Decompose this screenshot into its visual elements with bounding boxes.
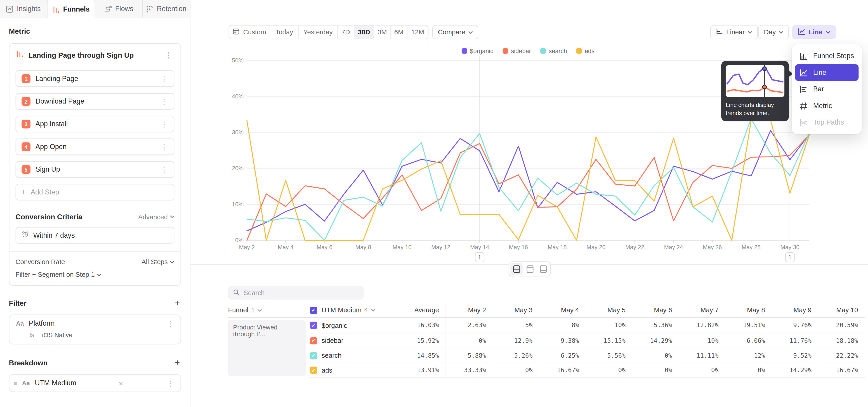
row-value-cell: 22.22% xyxy=(818,348,865,363)
range-yesterday-button[interactable]: Yesterday xyxy=(299,26,338,39)
search-input[interactable] xyxy=(244,289,359,296)
range-label: Custom xyxy=(243,28,266,36)
filter-card[interactable]: Aa Platform ⋮ Is iOS Native xyxy=(9,315,181,344)
conversion-window-button[interactable]: Within 7 days xyxy=(16,227,175,244)
date-column-header: May 6 xyxy=(632,303,679,318)
row-series-cell-sidebar[interactable]: ✓sidebar xyxy=(310,333,393,348)
checkbox-checked[interactable]: ✓ xyxy=(310,337,317,344)
range-today-button[interactable]: Today xyxy=(270,26,299,39)
funnel-name-cell[interactable]: Product Viewed through P... xyxy=(228,320,306,376)
menu-item-line[interactable]: Line xyxy=(795,64,859,81)
checkbox-checked[interactable]: ✓ xyxy=(310,352,317,359)
menu-item-funnel-steps[interactable]: Funnel Steps xyxy=(795,48,859,64)
funnels-icon xyxy=(16,51,24,60)
add-breakdown-button[interactable]: + xyxy=(174,358,181,368)
range-3m-button[interactable]: 3M xyxy=(374,26,391,39)
tab-flows[interactable]: Flows xyxy=(95,0,143,18)
x-tick-label: May 2 xyxy=(239,244,255,250)
add-step-button[interactable]: + Add Step xyxy=(16,184,175,200)
row-value-cell: 0% xyxy=(493,363,539,378)
breakdown-column-header[interactable]: ✓UTM Medium4 xyxy=(310,303,393,318)
close-icon[interactable]: × xyxy=(118,379,124,387)
range-label: 12M xyxy=(411,28,424,36)
row-value-cell: 5% xyxy=(493,318,539,333)
scale-dropdown[interactable]: Linear xyxy=(710,25,758,39)
range-30d-button[interactable]: 30D xyxy=(354,26,374,39)
funnel-step-4[interactable]: 4App Open⋮ xyxy=(16,138,175,155)
breakdown-table: Funnel1✓UTM Medium4AverageMay 2May 3May … xyxy=(228,303,865,378)
kebab-icon[interactable]: ⋮ xyxy=(159,121,169,128)
row-value-cell: 5.88% xyxy=(446,348,493,363)
chevron-down-icon xyxy=(170,216,175,218)
breakdown-card[interactable]: ≡ Aa UTM Medium × ⋮ xyxy=(9,374,181,392)
tab-funnels[interactable]: Funnels xyxy=(48,0,95,19)
row-value-cell: 16.67% xyxy=(539,363,586,378)
checkbox-checked[interactable]: ✓ xyxy=(310,367,317,374)
funnel-column-header[interactable]: Funnel1 xyxy=(228,303,310,318)
y-tick-label: 20% xyxy=(232,165,243,171)
chart-type-tooltip: Line charts display trends over time. xyxy=(721,61,789,121)
funnel-step-5[interactable]: 5Sign Up⋮ xyxy=(16,161,175,178)
date-column-header: May 2 xyxy=(446,303,493,318)
menu-item-bar[interactable]: Bar xyxy=(795,81,859,97)
top-paths-icon xyxy=(799,118,808,127)
funnel-step-1[interactable]: 1Landing Page⋮ xyxy=(16,70,175,87)
tab-retention[interactable]: Retention xyxy=(143,0,191,18)
drag-handle-icon[interactable]: ≡ xyxy=(14,380,17,386)
conversion-rate-dropdown[interactable]: All Steps xyxy=(142,258,174,266)
step-number-badge: 5 xyxy=(22,165,31,174)
kebab-icon[interactable]: ⋮ xyxy=(159,75,169,82)
segment-on-step-dropdown[interactable]: Filter + Segment on Step 1 xyxy=(16,271,175,279)
compare-button[interactable]: Compare xyxy=(432,25,478,39)
x-tick-label: May 6 xyxy=(316,244,332,250)
kebab-icon[interactable]: ⋮ xyxy=(159,98,169,105)
x-tick-label: May 12 xyxy=(431,244,450,250)
divider xyxy=(9,251,181,252)
string-type-icon: Aa xyxy=(16,320,24,327)
kebab-icon[interactable]: ⋮ xyxy=(159,143,169,150)
menu-item-label: Bar xyxy=(813,85,824,93)
granularity-dropdown[interactable]: Day xyxy=(758,25,789,39)
date-column-header: May 10 xyxy=(818,303,865,318)
date-column-header: May 4 xyxy=(539,303,586,318)
row-value-cell: 0% xyxy=(446,333,493,348)
metric-heading: Metric xyxy=(9,27,30,35)
row-value-cell: 2.63% xyxy=(446,318,493,333)
x-tick-label: May 22 xyxy=(625,244,644,250)
kebab-icon[interactable]: ⋮ xyxy=(165,320,176,327)
step-label: Landing Page xyxy=(35,75,78,83)
range-6m-button[interactable]: 6M xyxy=(391,26,407,39)
add-filter-button[interactable]: + xyxy=(174,298,181,308)
filter-value[interactable]: iOS Native xyxy=(42,332,72,338)
filter-operator[interactable]: Is xyxy=(29,332,34,338)
advanced-dropdown[interactable]: Advanced xyxy=(138,213,174,221)
funnel-step-2[interactable]: 2Download Page⋮ xyxy=(16,93,175,109)
row-series-cell-search[interactable]: ✓search xyxy=(310,348,393,363)
funnel-title-row[interactable]: Landing Page through Sign Up ⋮ xyxy=(16,48,175,64)
range-12m-button[interactable]: 12M xyxy=(407,26,428,39)
range-7d-button[interactable]: 7D xyxy=(338,26,354,39)
annotation-badge-label: 1 xyxy=(788,254,792,260)
row-series-cell-organic[interactable]: ✓$organic xyxy=(310,318,393,333)
flows-icon xyxy=(104,5,112,12)
y-tick-label: 50% xyxy=(232,57,243,64)
checkbox-checked[interactable]: ✓ xyxy=(310,322,317,329)
kebab-icon[interactable]: ⋮ xyxy=(159,166,169,173)
tab-insights[interactable]: Insights xyxy=(0,0,48,18)
x-tick-label: May 30 xyxy=(780,244,799,250)
kebab-icon[interactable]: ⋮ xyxy=(163,52,174,59)
menu-item-metric[interactable]: Metric xyxy=(795,97,859,114)
row-value-cell: 18.18% xyxy=(818,333,865,348)
kebab-icon[interactable]: ⋮ xyxy=(165,380,176,387)
checkbox-checked[interactable]: ✓ xyxy=(310,307,317,314)
layout-table-only-button[interactable] xyxy=(537,263,549,275)
layout-split-horizontal-button[interactable] xyxy=(510,263,523,275)
chevron-down-icon xyxy=(469,31,473,33)
funnel-step-3[interactable]: 3App Install⋮ xyxy=(16,116,175,132)
table-search[interactable] xyxy=(228,286,364,300)
tooltip-text: Line charts display trends over time. xyxy=(726,101,784,117)
row-series-cell-ads[interactable]: ✓ads xyxy=(310,363,393,378)
layout-chart-only-button[interactable] xyxy=(524,263,536,275)
range-custom-button[interactable]: Custom xyxy=(229,26,270,39)
chart-type-dropdown[interactable]: Line xyxy=(792,25,836,39)
